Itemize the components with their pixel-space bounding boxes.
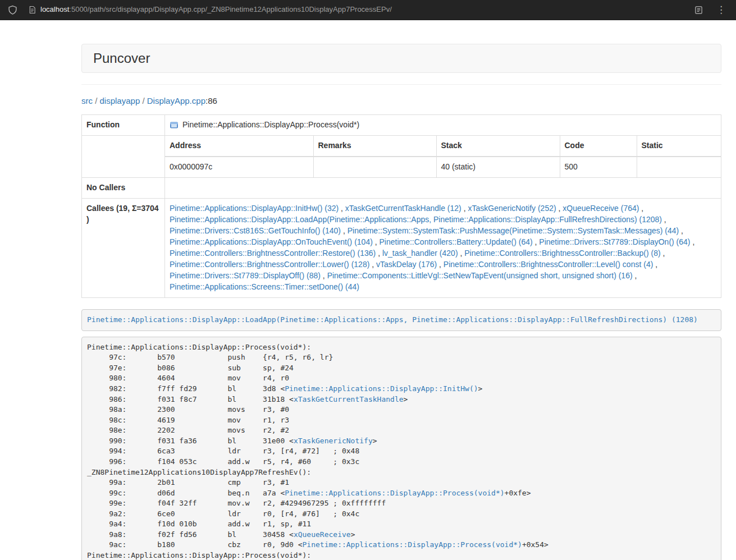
callee-link[interactable]: xTaskGenericNotify (252) (468, 204, 556, 213)
breadcrumb-separator: / (140, 96, 147, 105)
col-remarks: Remarks (313, 136, 436, 157)
static-value (637, 157, 721, 177)
function-label: Function (82, 115, 165, 136)
callee-link[interactable]: Pinetime::Controllers::BrightnessControl… (170, 260, 369, 269)
symbol-link[interactable]: xTaskGetCurrentTaskHandle (294, 395, 404, 403)
symbol-link[interactable]: Pinetime::Applications::DisplayApp::Init… (285, 384, 478, 393)
highlighted-symbol-block: Pinetime::Applications::DisplayApp::Load… (81, 309, 721, 331)
divider (81, 84, 721, 85)
col-address: Address (165, 136, 313, 157)
disassembly-code: Pinetime::Applications::DisplayApp::Proc… (81, 337, 721, 560)
breadcrumb-separator: / (93, 96, 100, 105)
callee-link[interactable]: Pinetime::Applications::DisplayApp::Init… (170, 204, 339, 213)
callee-link[interactable]: vTaskDelay (176) (376, 260, 437, 269)
symbol-link[interactable]: Pinetime::Applications::DisplayApp::Proc… (303, 540, 522, 549)
callees-list: Pinetime::Applications::DisplayApp::Init… (165, 199, 721, 298)
callees-row: Callees (19, Σ=3704 ) Pinetime::Applicat… (82, 199, 721, 298)
callees-label: Callees (19, Σ=3704 ) (82, 199, 165, 298)
no-callers-row: No Callers (82, 178, 721, 199)
function-type-icon (170, 121, 179, 130)
highlighted-symbol-link[interactable]: Pinetime::Applications::DisplayApp::Load… (87, 315, 698, 324)
callee-link[interactable]: Pinetime::Drivers::Cst816S::GetTouchInfo… (170, 226, 341, 235)
callee-link[interactable]: Pinetime::Drivers::St7789::DisplayOn() (… (539, 237, 690, 246)
reader-mode-icon[interactable] (694, 6, 703, 15)
app-header: Puncover (81, 44, 721, 73)
main-content: Puncover src / displayapp / DisplayApp.c… (81, 44, 721, 560)
symbol-link[interactable]: xQueueReceive (294, 530, 351, 539)
callee-link[interactable]: Pinetime::Components::LittleVgl::SetNewT… (327, 271, 633, 280)
no-callers-cell (165, 178, 721, 199)
callee-link[interactable]: Pinetime::Controllers::Battery::Update()… (380, 237, 533, 246)
function-name: Pinetime::Applications::DisplayApp::Proc… (182, 120, 359, 131)
function-name-cell: Pinetime::Applications::DisplayApp::Proc… (165, 115, 721, 136)
breadcrumb-link[interactable]: DisplayApp.cpp (147, 96, 205, 105)
callee-link[interactable]: Pinetime::Drivers::St7789::DisplayOff() … (170, 271, 321, 280)
address-value: 0x0000097c (165, 157, 313, 177)
tracking-protection-shield-icon[interactable] (8, 5, 17, 15)
symbol-link[interactable]: Pinetime::Applications::DisplayApp::Proc… (285, 489, 504, 497)
callee-link[interactable]: Pinetime::Applications::Screens::Timer::… (170, 282, 359, 291)
no-callers-label: No Callers (82, 178, 165, 199)
symbol-details-table: Address Remarks Stack Code Static 0x0000… (165, 136, 721, 177)
callee-link[interactable]: lv_task_handler (420) (382, 249, 458, 258)
breadcrumb-link[interactable]: displayapp (100, 96, 140, 105)
callee-link[interactable]: xQueueReceive (764) (563, 204, 639, 213)
url-hostname: localhost (40, 4, 69, 15)
symbol-link[interactable]: xTaskGenericNotify (294, 437, 373, 445)
function-info-table: Function Pinetime::Applications::Display… (81, 114, 721, 298)
url-path: :5000/path/src/displayapp/DisplayApp.cpp… (69, 4, 392, 15)
browser-toolbar: localhost:5000/path/src/displayapp/Displ… (0, 0, 736, 20)
callee-link[interactable]: Pinetime::Applications::DisplayApp::OnTo… (170, 237, 373, 246)
callee-link[interactable]: Pinetime::System::SystemTask::PushMessag… (348, 226, 679, 235)
details-header-row: Address Remarks Stack Code Static (165, 136, 721, 157)
breadcrumb-link[interactable]: src (81, 96, 93, 105)
remarks-value (313, 157, 436, 177)
stack-value: 40 (static) (436, 157, 560, 177)
callee-link[interactable]: Pinetime::Controllers::BrightnessControl… (444, 260, 653, 269)
breadcrumb: src / displayapp / DisplayApp.cpp:86 (81, 95, 721, 107)
page-info-icon[interactable] (29, 6, 36, 14)
col-code: Code (560, 136, 637, 157)
col-static: Static (637, 136, 721, 157)
menu-dots-icon[interactable]: ⋮ (716, 5, 726, 15)
details-cell: Address Remarks Stack Code Static 0x0000… (165, 136, 721, 178)
callee-link[interactable]: Pinetime::Controllers::BrightnessControl… (170, 249, 376, 258)
details-row: Address Remarks Stack Code Static 0x0000… (82, 136, 721, 178)
url-bar[interactable]: localhost:5000/path/src/displayapp/Displ… (29, 4, 694, 15)
col-stack: Stack (436, 136, 560, 157)
table-row: 0x0000097c 40 (static) 500 (165, 157, 721, 177)
brand-link[interactable]: Puncover (93, 49, 150, 68)
callee-link[interactable]: xTaskGetCurrentTaskHandle (12) (345, 204, 461, 213)
code-value: 500 (560, 157, 637, 177)
details-row-label (82, 136, 165, 178)
breadcrumb-line-number: :86 (205, 96, 217, 105)
function-row: Function Pinetime::Applications::Display… (82, 115, 721, 136)
callee-link[interactable]: Pinetime::Controllers::BrightnessControl… (464, 249, 660, 258)
callee-link[interactable]: Pinetime::Applications::DisplayApp::Load… (170, 215, 662, 224)
